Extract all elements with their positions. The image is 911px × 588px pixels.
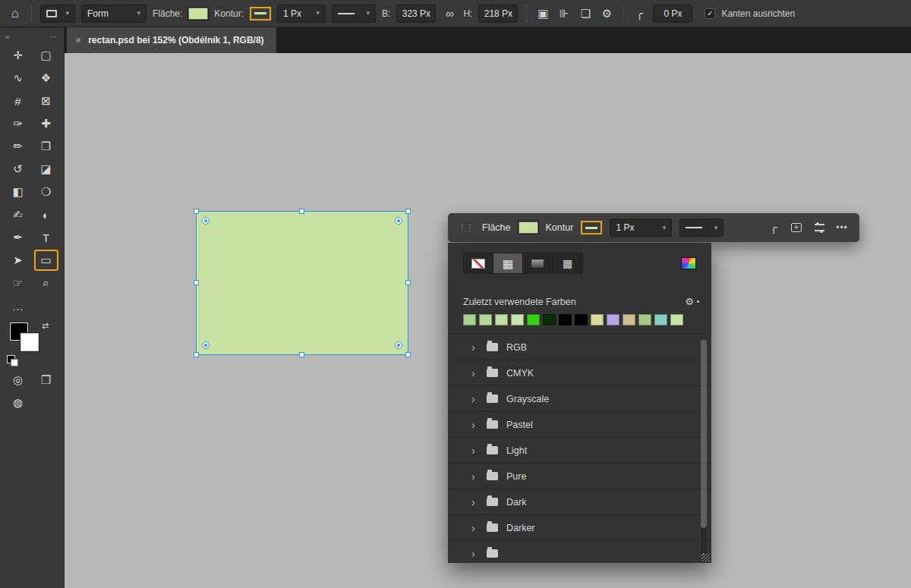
folder-row-darker[interactable]: ›Darker xyxy=(448,514,711,540)
panel-stroke-swatch[interactable] xyxy=(581,221,602,234)
corner-radius-handle[interactable] xyxy=(395,217,402,225)
swap-colors-icon[interactable]: ⇄ xyxy=(42,321,49,331)
move-tool[interactable]: ✛ xyxy=(6,45,30,66)
dodge-tool[interactable]: ◐ xyxy=(34,204,58,225)
pen-tool[interactable]: ✒ xyxy=(6,227,30,248)
chevron-right-icon[interactable]: › xyxy=(471,470,482,483)
history-brush-tool[interactable]: ↺ xyxy=(6,159,30,180)
corner-radius-handle[interactable] xyxy=(202,341,210,349)
quick-mask-icon[interactable]: ◎ xyxy=(6,369,30,391)
gradient-button[interactable] xyxy=(523,253,553,273)
recent-color-swatch[interactable] xyxy=(495,314,508,325)
rectangle-tool[interactable]: ▭ xyxy=(34,250,58,271)
recent-color-swatch[interactable] xyxy=(623,314,635,325)
hand-tool[interactable]: ☞ xyxy=(6,272,30,294)
home-icon[interactable]: ⌂ xyxy=(8,5,23,22)
drag-grip-icon[interactable]: ⋮⋮ xyxy=(458,222,473,233)
canvas[interactable]: ⋮⋮ Fläche Kontur 1 Px ▾ ▾ ╭ + ••• xyxy=(65,53,911,588)
healing-brush-tool[interactable]: ✚ xyxy=(34,113,58,134)
resize-handle[interactable] xyxy=(299,209,304,214)
document-tab[interactable]: × rectan.psd bei 152% (Obdélník 1, RGB/8… xyxy=(67,27,276,53)
solid-color-button[interactable]: ▦ xyxy=(493,253,523,273)
sphere-icon[interactable]: ◍ xyxy=(6,392,30,413)
eyedropper-tool[interactable]: ✑ xyxy=(6,113,30,134)
corner-radius-icon[interactable]: ╭ xyxy=(766,219,781,236)
gear-icon[interactable]: ⚙ xyxy=(599,5,614,22)
background-color-swatch[interactable] xyxy=(20,333,39,351)
smudge-tool[interactable]: ✍ xyxy=(6,204,30,225)
sliders-icon[interactable] xyxy=(812,219,827,236)
chevron-right-icon[interactable]: › xyxy=(471,341,482,354)
folder-row-pastel[interactable]: ›Pastel xyxy=(448,411,711,437)
brush-tool[interactable]: ✏ xyxy=(6,136,30,157)
resize-handle[interactable] xyxy=(194,280,199,285)
resize-handle[interactable] xyxy=(405,352,411,357)
color-picker-button[interactable] xyxy=(681,257,696,269)
corner-radius-icon[interactable]: ╭ xyxy=(632,5,647,22)
resize-handle[interactable] xyxy=(194,352,199,357)
recent-color-swatch[interactable] xyxy=(527,314,540,325)
collapse-panel-icon[interactable]: « xyxy=(5,33,10,41)
stroke-width-select[interactable]: 1 Px ▾ xyxy=(277,5,326,23)
width-input[interactable] xyxy=(396,5,436,23)
recent-color-swatch[interactable] xyxy=(511,314,524,325)
resize-handle[interactable] xyxy=(405,209,411,214)
path-operations-icon[interactable]: ▣ xyxy=(535,5,550,22)
object-selection-tool[interactable]: ❖ xyxy=(34,68,58,89)
stroke-swatch[interactable] xyxy=(250,7,271,20)
recent-color-swatch[interactable] xyxy=(607,314,619,325)
chevron-right-icon[interactable]: › xyxy=(471,496,482,508)
recent-color-swatch[interactable] xyxy=(654,314,667,325)
tool-mode-select[interactable]: Form ▾ xyxy=(81,5,147,23)
chevron-right-icon[interactable]: › xyxy=(471,445,482,457)
edit-toolbar-icon[interactable]: … xyxy=(6,295,30,316)
folder-row-cmyk[interactable]: ›CMYK xyxy=(448,360,711,385)
more-options-icon[interactable]: ••• xyxy=(834,219,850,236)
chevron-right-icon[interactable]: › xyxy=(471,548,482,560)
marquee-tool[interactable]: ▢ xyxy=(34,45,58,66)
recent-color-swatch[interactable] xyxy=(575,314,588,325)
stroke-style-select[interactable]: ▾ xyxy=(332,5,376,23)
panel-stroke-width-select[interactable]: 1 Px ▾ xyxy=(610,219,672,237)
scrollbar[interactable] xyxy=(701,340,707,555)
path-selection-tool[interactable]: ➤ xyxy=(6,250,30,271)
folder-row-light[interactable]: ›Light xyxy=(448,437,711,463)
close-icon[interactable]: × xyxy=(75,34,81,46)
radius-input[interactable] xyxy=(653,5,692,23)
zoom-tool[interactable]: ⌕ xyxy=(34,272,58,294)
recent-color-swatch[interactable] xyxy=(543,314,556,325)
recent-color-swatch[interactable] xyxy=(591,314,604,325)
recent-color-swatch[interactable] xyxy=(559,314,572,325)
folder-row-dark[interactable]: ›Dark xyxy=(448,489,711,514)
resize-handle[interactable] xyxy=(405,280,411,285)
chevron-right-icon[interactable]: › xyxy=(471,393,482,405)
lasso-tool[interactable]: ∿ xyxy=(6,68,30,89)
corner-radius-handle[interactable] xyxy=(202,217,210,225)
screen-mode-icon[interactable]: ❐ xyxy=(34,369,58,391)
resize-handle[interactable] xyxy=(299,352,304,357)
shape-rectangle[interactable] xyxy=(196,211,408,355)
folder-row-rgb[interactable]: ›RGB xyxy=(448,334,711,360)
panel-grip-icon[interactable]: ⋯ xyxy=(49,33,57,41)
resize-grip-icon[interactable] xyxy=(701,553,710,561)
popup-header[interactable]: ⋮⋮ Fläche Kontur 1 Px ▾ ▾ ╭ + ••• xyxy=(448,213,859,242)
path-arrangement-icon[interactable]: ❏ xyxy=(578,5,593,22)
resize-handle[interactable] xyxy=(194,209,199,214)
tool-preset-dropdown[interactable]: ▾ xyxy=(40,5,75,23)
chevron-right-icon[interactable]: › xyxy=(471,419,482,431)
add-properties-icon[interactable]: + xyxy=(789,219,804,236)
scrollbar-thumb[interactable] xyxy=(701,340,707,528)
no-color-button[interactable] xyxy=(464,253,493,273)
gradient-tool[interactable]: ◧ xyxy=(6,181,30,203)
type-tool[interactable]: T xyxy=(34,227,58,248)
default-colors-icon[interactable] xyxy=(7,355,18,366)
crop-tool[interactable]: # xyxy=(6,90,30,112)
align-edges-checkbox[interactable]: ✓ xyxy=(705,8,715,19)
chevron-right-icon[interactable]: › xyxy=(471,522,482,534)
recent-color-swatch[interactable] xyxy=(463,314,476,325)
gear-icon[interactable]: ⚙ xyxy=(685,296,699,307)
fill-swatch[interactable] xyxy=(188,8,208,20)
link-dimensions-icon[interactable]: ∞ xyxy=(442,5,457,22)
recent-color-swatch[interactable] xyxy=(638,314,651,325)
eraser-tool[interactable]: ◪ xyxy=(34,159,58,180)
